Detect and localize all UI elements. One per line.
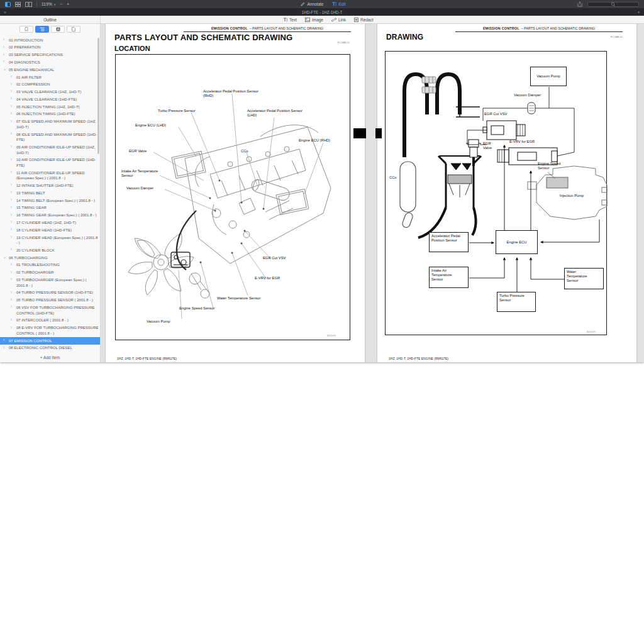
outline-item[interactable]: ›02 TURBOCHARGER [0, 269, 100, 277]
outline-item[interactable]: ›04 VALVE CLEARANCE (1HD-FTE) [0, 96, 100, 103]
outline-item[interactable]: ›01 TROUBLESHOOTING [0, 262, 100, 269]
chevron-collapsed-icon[interactable]: › [11, 247, 12, 253]
chevron-collapsed-icon[interactable]: › [11, 74, 12, 80]
outline-item[interactable]: ›08 E-VRV FOR TURBOCHARGING PRESSURE CON… [0, 325, 100, 337]
chevron-collapsed-icon[interactable]: › [11, 297, 12, 303]
outline-item[interactable]: ›04 TURBO PRESSURE SENSOR (1HD-FTE) [0, 289, 100, 297]
chevron-collapsed-icon[interactable]: › [3, 45, 4, 50]
outline-item[interactable]: ›14 TIMING BELT (European Spec.) ( 2001.… [0, 197, 100, 204]
chevron-collapsed-icon[interactable]: › [11, 170, 12, 175]
chevron-collapsed-icon[interactable]: › [11, 325, 12, 331]
outline-item[interactable]: ›19 CYLINDER HEAD (European Spec.) ( 200… [0, 234, 100, 247]
outline-item[interactable]: ›02 COMPRESSION [0, 81, 100, 89]
chevron-collapsed-icon[interactable]: › [11, 270, 12, 275]
outline-item[interactable]: ›10 AIR CONDITIONER IDLE-UP SPEED (1HD-F… [0, 157, 100, 169]
outline-item[interactable]: ›08 IDLE SPEED AND MAXIMUM SPEED (1HD-FT… [0, 131, 100, 143]
chevron-collapsed-icon[interactable]: › [11, 104, 12, 109]
outline-item-label: 09 AIR CONDITIONER IDLE-UP SPEED (1HZ, 1… [16, 145, 96, 155]
chevron-collapsed-icon[interactable]: › [11, 205, 12, 211]
redaction-mark[interactable] [375, 128, 382, 138]
chevron-collapsed-icon[interactable]: › [11, 304, 12, 310]
chevron-collapsed-icon[interactable]: › [11, 119, 12, 125]
outline-item[interactable]: ›06 VSV FOR TURBOCHARGING PRESSURE CONTR… [0, 304, 100, 316]
outline-item[interactable]: ›06 TURBOCHARGING [0, 254, 100, 262]
outline-item[interactable]: ›03 VALVE CLEARANCE (1HZ, 1HD-T) [0, 88, 100, 96]
outline-tab-button[interactable] [35, 26, 49, 33]
outline-item[interactable]: ›07 EMISSION CONTROL [0, 337, 100, 345]
chevron-collapsed-icon[interactable]: › [11, 318, 12, 323]
outline-item[interactable]: ›05 TURBO PRESSURE SENSOR ( 2001.8 - ) [0, 297, 100, 304]
zoom-level-menu[interactable]: 119%▾ [42, 2, 55, 6]
outline-item[interactable]: ›13 TIMING BELT [0, 189, 100, 197]
outline-item[interactable]: ›05 ENGINE MECHANICAL [0, 66, 100, 74]
search-input[interactable] [587, 2, 639, 7]
outline-item[interactable]: ›03 SERVICE SPECIFICATIONS [0, 52, 100, 59]
outline-item[interactable]: ›05 INJECTION TIMING (1HZ, 1HD-T) [0, 103, 100, 111]
sidebar-toggle-button[interactable] [5, 2, 11, 7]
outline-item[interactable]: ›15 TIMING GEAR [0, 204, 100, 212]
document-tab[interactable]: 1HD-FTE - 1HZ-1HD-T [0, 10, 644, 14]
thumbnail-view-button[interactable] [15, 2, 21, 7]
chevron-expanded-icon[interactable]: › [1, 257, 7, 258]
outline-item[interactable]: ›16 TIMING GEAR (European Spec.) ( 2001.… [0, 212, 100, 219]
bookmarks-tab-button[interactable] [19, 26, 33, 33]
chevron-collapsed-icon[interactable]: › [11, 131, 12, 137]
outline-item[interactable]: ›06 INJECTION TIMING (1HD-FTE) [0, 111, 100, 118]
outline-item[interactable]: ›08 ELECTRONIC CONTROL DIESEL [0, 345, 100, 351]
add-link-button[interactable]: Link [331, 18, 346, 22]
new-tab-button[interactable]: + [637, 9, 640, 15]
outline-item[interactable]: ›07 IDLE SPEED AND MAXIMUM SPEED (1HZ, 1… [0, 118, 100, 131]
add-item-button[interactable]: + Add Item [0, 355, 100, 360]
outline-item[interactable]: ›11 AIR CONDITIONER IDLE-UP SPEED (Europ… [0, 169, 100, 182]
chevron-collapsed-icon[interactable]: › [11, 197, 12, 203]
outline-item[interactable]: ›02 PREPARATION [0, 44, 100, 52]
add-text-button[interactable]: Text [283, 18, 297, 22]
outline-item[interactable]: ›07 INTERCOOLER ( 2001.8 - ) [0, 317, 100, 325]
tab-close-button[interactable]: × [4, 10, 6, 14]
chevron-collapsed-icon[interactable]: › [11, 290, 12, 296]
chevron-collapsed-icon[interactable]: › [11, 111, 12, 117]
chevron-collapsed-icon[interactable]: › [3, 59, 4, 65]
edit-mode-button[interactable]: Edit [332, 2, 345, 6]
zoom-in-button[interactable]: + [67, 2, 69, 6]
sidebar-mode-switcher [0, 24, 100, 34]
add-image-button[interactable]: Image [305, 18, 323, 22]
outline-item[interactable]: ›01 INTRODUCTION [0, 36, 100, 44]
outline-item[interactable]: ›12 INTAKE SHUTTER (1HD-FTE) [0, 182, 100, 189]
chevron-collapsed-icon[interactable]: › [11, 190, 12, 196]
running-header: EMISSION CONTROL – PARTS LAYOUT AND SCHE… [184, 26, 351, 32]
outline-item[interactable]: ›17 CYLINDER HEAD (1HZ, 1HD-T) [0, 219, 100, 226]
chevron-collapsed-icon[interactable]: › [3, 345, 4, 351]
two-page-view-button[interactable] [25, 2, 32, 7]
chevron-collapsed-icon[interactable]: › [11, 182, 12, 188]
chevron-collapsed-icon[interactable]: › [3, 338, 4, 343]
chevron-collapsed-icon[interactable]: › [11, 96, 12, 102]
zoom-out-button[interactable]: − [60, 2, 62, 6]
chevron-collapsed-icon[interactable]: › [3, 52, 4, 58]
redact-button[interactable]: Redact [354, 18, 374, 22]
outline-item[interactable]: ›03 TURBOCHARGER (European Spec.) ( 2001… [0, 276, 100, 289]
chevron-collapsed-icon[interactable]: › [11, 157, 12, 163]
outline-item[interactable]: ›20 CYLINDER BLOCK [0, 247, 100, 254]
chevron-collapsed-icon[interactable]: › [11, 277, 12, 282]
annotations-tab-button[interactable] [51, 26, 65, 33]
sidebar-scrollbar[interactable] [97, 38, 99, 154]
outline-item[interactable]: ›18 CYLINDER HEAD (1HD-FTE) [0, 226, 100, 234]
outline-item[interactable]: ›01 AIR FILTER [0, 74, 100, 81]
chevron-collapsed-icon[interactable]: › [11, 213, 12, 218]
chevron-collapsed-icon[interactable]: › [11, 89, 12, 94]
thumbnails-tab-button[interactable] [67, 26, 80, 33]
redaction-mark[interactable] [353, 128, 366, 138]
chevron-collapsed-icon[interactable]: › [11, 82, 12, 87]
outline-item[interactable]: ›09 AIR CONDITIONER IDLE-UP SPEED (1HZ, … [0, 143, 100, 156]
share-button[interactable] [577, 1, 582, 7]
chevron-collapsed-icon[interactable]: › [11, 235, 12, 240]
chevron-collapsed-icon[interactable]: › [11, 227, 12, 233]
chevron-collapsed-icon[interactable]: › [11, 219, 12, 225]
chevron-collapsed-icon[interactable]: › [11, 262, 12, 268]
chevron-collapsed-icon[interactable]: › [11, 144, 12, 150]
outline-item[interactable]: ›04 DIAGNOSTICS [0, 58, 100, 66]
annotate-mode-button[interactable]: Annotate [301, 2, 323, 6]
chevron-collapsed-icon[interactable]: › [3, 37, 4, 43]
chevron-expanded-icon[interactable]: › [1, 69, 7, 70]
